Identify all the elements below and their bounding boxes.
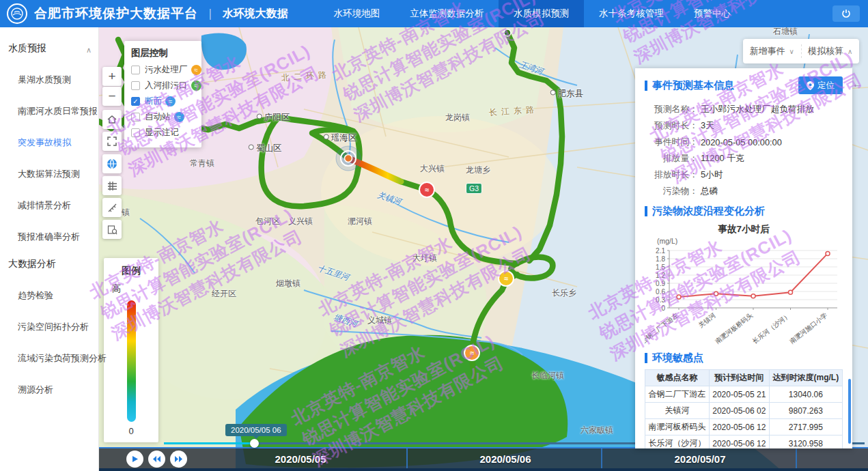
event-source-marker <box>336 146 361 171</box>
logout-button[interactable] <box>832 5 860 22</box>
rewind-button[interactable] <box>148 451 165 468</box>
panel-scrollbar[interactable] <box>848 379 851 444</box>
map-label-badge: G3 <box>466 183 482 194</box>
measure-tool-button[interactable] <box>102 198 122 217</box>
svg-text:1.2: 1.2 <box>656 272 665 279</box>
sidebar-item[interactable]: 突发事故模拟 <box>0 137 98 149</box>
sidebar-group-label[interactable]: 水质预报∧ <box>0 27 98 55</box>
event-field-row: 排放量：11200 千克 <box>645 150 843 167</box>
svg-text:0.3: 0.3 <box>656 296 665 304</box>
layer-checkbox[interactable] <box>131 81 140 90</box>
svg-text:≈: ≈ <box>504 274 508 283</box>
table-cell: 合钢二厂下游左 <box>645 386 710 403</box>
chevron-up-icon: ∧ <box>86 46 92 55</box>
sensitive-points-title: 环境敏感点 <box>652 352 703 365</box>
sidebar-item[interactable]: 污染空间拓扑分析 <box>0 321 98 333</box>
map-label-town: 石塘镇 <box>773 27 798 38</box>
zoom-in-button[interactable]: + <box>102 67 122 86</box>
svg-text:0.6: 0.6 <box>656 288 665 296</box>
measure-icon <box>107 203 117 213</box>
nav-tab-3[interactable]: 水质模拟预测 <box>499 0 584 27</box>
svg-text:0.9: 0.9 <box>656 280 665 287</box>
sidebar-item[interactable]: 大数据算法预测 <box>0 168 98 180</box>
timeline-date-label: 2020/05/05 <box>275 453 326 465</box>
svg-text:1.8: 1.8 <box>656 255 665 263</box>
timeline-slider-handle[interactable] <box>250 439 259 448</box>
query-tool-button[interactable] <box>102 220 122 239</box>
fullscreen-button[interactable] <box>102 132 122 151</box>
layer-row[interactable]: 显示注记 <box>131 125 195 141</box>
layer-checkbox[interactable] <box>131 66 140 74</box>
layer-label: 自动站 <box>145 111 171 123</box>
nav-tabs: 水环境地图立体监测数据分析水质模拟预测水十条考核管理预警中心 <box>319 0 746 27</box>
zoom-out-button[interactable]: − <box>102 87 122 106</box>
sidebar-item[interactable]: 减排情景分析 <box>0 199 98 212</box>
layer-checkbox[interactable] <box>131 113 140 122</box>
legend-panel: 图例 高 0 <box>104 258 158 442</box>
map-label-town: 义城镇 <box>367 315 392 326</box>
station-marker-orange: ≈ <box>464 345 479 360</box>
nav-tab-4[interactable]: 水十条考核管理 <box>584 0 679 27</box>
simulate-button[interactable]: 模拟核算 ∧ <box>802 45 860 57</box>
table-cell: 2020-05-05 21 <box>709 386 769 403</box>
locate-button[interactable]: 定位 <box>798 76 843 94</box>
timeline-bar: 2020/05/052020/05/062020/05/07 <box>99 447 868 468</box>
section-accent-bar <box>645 353 647 363</box>
layer-checkbox[interactable]: ✓ <box>131 97 140 106</box>
chevron-up-icon: ∧ <box>848 48 852 55</box>
power-icon <box>841 9 851 18</box>
rewind-icon <box>152 455 161 463</box>
top-navigation-bar: 合肥市环境保护大数据平台 ｜ 水环境大数据 水环境地图立体监测数据分析水质模拟预… <box>0 0 868 27</box>
title-divider: ｜ <box>205 7 216 21</box>
table-row[interactable]: 南淝河板桥码头2020-05-06 122717.995 <box>645 419 843 436</box>
table-row[interactable]: 关镇河2020-05-06 029807.263 <box>645 403 843 419</box>
add-event-label: 新增事件 <box>750 45 785 57</box>
grid-tool-button[interactable] <box>102 176 122 195</box>
sidebar-group-label[interactable]: 大数据分析 <box>0 243 98 270</box>
layer-row[interactable]: 污水处理厂≈ <box>131 62 195 78</box>
nav-tab-5[interactable]: 预警中心 <box>679 0 746 27</box>
layer-row[interactable]: ✓断面≈ <box>131 94 195 109</box>
map-label-town: 长临河镇 <box>531 370 564 382</box>
globe-icon <box>106 158 118 170</box>
nav-tab-1[interactable]: 水环境地图 <box>319 0 395 27</box>
chart-title: 事故7小时后 <box>645 223 843 235</box>
svg-text:长乐河（沙河）: 长乐河（沙河） <box>751 311 792 345</box>
map-label-town: 义兴镇 <box>288 216 313 227</box>
table-row[interactable]: 长乐河（沙河）2020-05-06 123120.958 <box>645 436 843 449</box>
table-row[interactable]: 合钢二厂下游左2020-05-05 2113040.06 <box>645 386 843 403</box>
page-subtitle: 水环境大数据 <box>223 7 288 21</box>
sidebar-item[interactable]: 预报准确率分析 <box>0 231 98 243</box>
map-label-district: 肥东县 <box>550 88 584 100</box>
nav-tab-2[interactable]: 立体监测数据分析 <box>395 0 499 27</box>
svg-text:≈: ≈ <box>470 349 474 357</box>
fast-forward-button[interactable] <box>170 451 187 468</box>
event-field-row: 预测名称：王小郢污水处理厂超负荷排放 <box>645 101 843 117</box>
chevron-down-icon: ∨ <box>789 48 794 55</box>
layer-row[interactable]: 自动站≈ <box>131 109 195 125</box>
event-field-row: 污染物：总磷 <box>645 183 843 199</box>
panel-collapse-arrow[interactable]: ← <box>852 78 863 89</box>
basemap-button[interactable] <box>102 154 122 173</box>
fast-forward-icon <box>174 455 183 463</box>
layer-checkbox[interactable] <box>131 128 140 137</box>
sidebar-item[interactable]: 流域污染负荷预测分析 <box>0 352 98 365</box>
map-label-town: 包河区 <box>255 216 280 227</box>
event-field-row: 事件时间：2020-05-05 00:00:00 <box>645 134 843 150</box>
play-button[interactable] <box>126 451 143 468</box>
timeline-tick <box>601 448 602 470</box>
layer-label: 污水处理厂 <box>145 64 188 76</box>
sidebar-item[interactable]: 巢湖水质预测 <box>0 74 98 86</box>
home-extent-button[interactable] <box>102 110 122 129</box>
sidebar-item[interactable]: 趋势检验 <box>0 289 98 302</box>
playback-controls <box>126 451 187 468</box>
svg-text:1.5: 1.5 <box>656 263 665 271</box>
svg-text:2.1: 2.1 <box>656 247 665 255</box>
section-accent-bar <box>645 206 647 216</box>
add-event-button[interactable]: 新增事件 ∨ <box>743 45 801 57</box>
layer-row[interactable]: 入河排污口≈ <box>131 78 195 94</box>
map-label-town: 六家畈镇 <box>580 425 613 436</box>
sidebar-item[interactable]: 溯源分析 <box>0 384 98 396</box>
sidebar-item[interactable]: 南淝河水质日常预报 <box>0 105 98 117</box>
table-cell: 2020-05-06 12 <box>709 419 769 436</box>
